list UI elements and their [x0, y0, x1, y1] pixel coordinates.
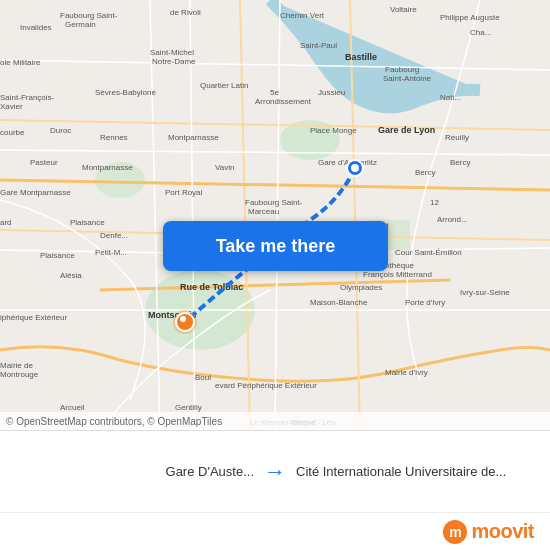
take-me-there-button[interactable]: Take me there	[163, 221, 388, 271]
svg-text:Plaisance: Plaisance	[70, 218, 105, 227]
svg-text:Alésia: Alésia	[60, 271, 82, 280]
svg-text:Montrouge: Montrouge	[0, 370, 39, 379]
svg-text:Montparnasse: Montparnasse	[168, 133, 219, 142]
svg-text:5e: 5e	[270, 88, 279, 97]
svg-text:Notre-Dame: Notre-Dame	[152, 57, 196, 66]
svg-text:12: 12	[430, 198, 439, 207]
svg-text:Xavier: Xavier	[0, 102, 23, 111]
svg-text:Bercy: Bercy	[450, 158, 470, 167]
svg-text:Boul: Boul	[195, 373, 211, 382]
svg-text:Cour Saint-Émillon: Cour Saint-Émillon	[395, 248, 462, 257]
svg-text:Faubourg Saint-: Faubourg Saint-	[245, 198, 303, 207]
svg-point-78	[180, 316, 186, 322]
svg-text:Pasteur: Pasteur	[30, 158, 58, 167]
svg-text:evard Périphérique Extérieur: evard Périphérique Extérieur	[215, 381, 317, 390]
origin-label: Gare D'Auste...	[16, 464, 254, 479]
svg-text:Vavin: Vavin	[215, 163, 234, 172]
svg-text:Saint-Antoine: Saint-Antoine	[383, 74, 432, 83]
svg-point-76	[351, 164, 359, 172]
svg-text:Cha...: Cha...	[470, 28, 491, 37]
map-attribution: © OpenStreetMap contributors, © OpenMapT…	[0, 412, 550, 430]
moovit-logo: m moovit	[443, 520, 534, 544]
svg-text:Gare Montparnasse: Gare Montparnasse	[0, 188, 71, 197]
svg-text:Rennes: Rennes	[100, 133, 128, 142]
svg-text:Bercy: Bercy	[415, 168, 435, 177]
svg-text:iphérique Extérieur: iphérique Extérieur	[0, 313, 67, 322]
svg-text:Invalides: Invalides	[20, 23, 52, 32]
svg-text:Arrond...: Arrond...	[437, 215, 468, 224]
svg-text:Bastille: Bastille	[345, 52, 377, 62]
svg-text:Marceau: Marceau	[248, 207, 279, 216]
svg-text:Philippe Auguste: Philippe Auguste	[440, 13, 500, 22]
map-svg: Invalides Faubourg Saint- Germain de Riv…	[0, 0, 550, 430]
svg-text:Denfe...: Denfe...	[100, 231, 128, 240]
svg-text:Sèvres-Babylone: Sèvres-Babylone	[95, 88, 156, 97]
svg-text:Jussieu: Jussieu	[318, 88, 345, 97]
svg-text:courbe: courbe	[0, 128, 25, 137]
svg-text:Porte d'Ivry: Porte d'Ivry	[405, 298, 445, 307]
svg-text:Petit-M...: Petit-M...	[95, 248, 127, 257]
moovit-dot-letter: m	[449, 524, 461, 540]
svg-text:Mairie d'Ivry: Mairie d'Ivry	[385, 368, 428, 377]
svg-text:de Rivoli: de Rivoli	[170, 8, 201, 17]
arrow-icon: →	[264, 459, 286, 485]
svg-text:Saint-François-: Saint-François-	[0, 93, 55, 102]
svg-text:ard: ard	[0, 218, 12, 227]
svg-text:Arrondissement: Arrondissement	[255, 97, 312, 106]
app: Invalides Faubourg Saint- Germain de Riv…	[0, 0, 550, 550]
svg-text:ole Militaire: ole Militaire	[0, 58, 41, 67]
svg-text:Place Monge: Place Monge	[310, 126, 357, 135]
svg-text:Maison-Blanche: Maison-Blanche	[310, 298, 368, 307]
bottom-panel: Gare D'Auste... → Cité Internationale Un…	[0, 430, 550, 550]
svg-text:Ivry-sur-Seine: Ivry-sur-Seine	[460, 288, 510, 297]
moovit-dot: m	[443, 520, 467, 544]
svg-text:François Mitterrand: François Mitterrand	[363, 270, 432, 279]
route-info: Gare D'Auste... → Cité Internationale Un…	[0, 431, 550, 512]
svg-text:Arcueil: Arcueil	[60, 403, 85, 412]
svg-text:Gare de Lyon: Gare de Lyon	[378, 125, 435, 135]
svg-text:Faubourg: Faubourg	[385, 65, 419, 74]
moovit-text: moovit	[471, 520, 534, 543]
svg-text:Mairie de: Mairie de	[0, 361, 33, 370]
svg-text:Faubourg Saint-: Faubourg Saint-	[60, 11, 118, 20]
svg-text:Germain: Germain	[65, 20, 96, 29]
svg-text:Saint-Michel: Saint-Michel	[150, 48, 194, 57]
svg-text:Port Royal: Port Royal	[165, 188, 203, 197]
svg-text:Gentilly: Gentilly	[175, 403, 202, 412]
svg-text:Nati...: Nati...	[440, 93, 461, 102]
attribution-text: © OpenStreetMap contributors, © OpenMapT…	[6, 416, 222, 427]
dest-marker	[176, 313, 194, 331]
svg-text:Chemin Vert: Chemin Vert	[280, 11, 325, 20]
svg-text:Quartier Latin: Quartier Latin	[200, 81, 248, 90]
map-container: Invalides Faubourg Saint- Germain de Riv…	[0, 0, 550, 430]
svg-text:Olympiades: Olympiades	[340, 283, 382, 292]
svg-text:Montparnasse: Montparnasse	[82, 163, 133, 172]
svg-text:Voltaire: Voltaire	[390, 5, 417, 14]
svg-text:Saint-Paul: Saint-Paul	[300, 41, 337, 50]
branding-bar: m moovit	[0, 512, 550, 550]
svg-text:Rue de Tolbiac: Rue de Tolbiac	[180, 282, 243, 292]
svg-text:Reuilly: Reuilly	[445, 133, 469, 142]
svg-text:Duroc: Duroc	[50, 126, 71, 135]
destination-label: Cité Internationale Universitaire de...	[296, 464, 534, 479]
svg-text:Plaisance: Plaisance	[40, 251, 75, 260]
